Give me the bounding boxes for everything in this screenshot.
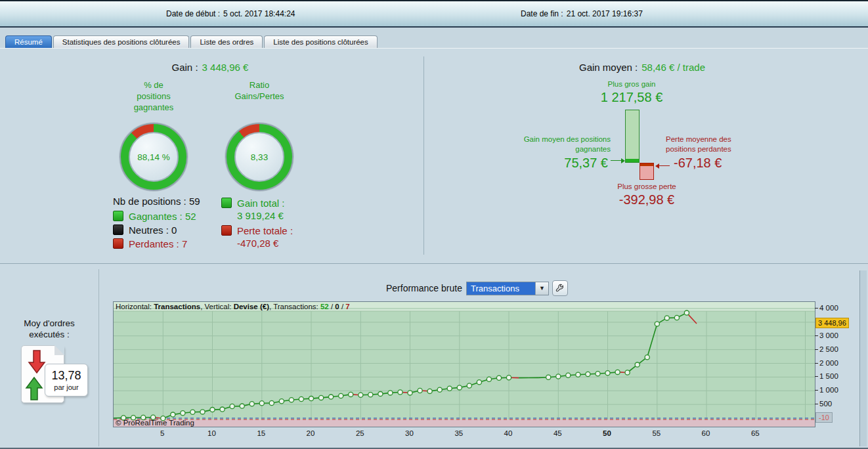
- gain-loss-ratio-donut: 8,33: [225, 123, 293, 191]
- prorealtime-report-window: Date de début :5 oct. 2017 18:44:24 Date…: [0, 0, 868, 449]
- perte-totale-text: Perte totale : -470,28 €: [237, 224, 293, 249]
- y-tick-label: 1 500: [819, 372, 838, 381]
- green-square-icon: [113, 211, 123, 221]
- panel-divider: [423, 56, 424, 255]
- y-tick: [815, 349, 818, 350]
- biggest-loss-bar: [640, 163, 654, 180]
- legend-neutres: Neutres : 0: [113, 224, 177, 236]
- performance-mode-select[interactable]: Transactions ▼: [466, 282, 549, 295]
- green-up-arrow-icon: [24, 375, 44, 401]
- y-tick-label: 1 000: [819, 385, 838, 395]
- tab-stats-positions[interactable]: Statistiques des positions clôturées: [53, 35, 190, 48]
- hdr-sep: /: [339, 303, 346, 310]
- x-tick-label: 10: [202, 429, 222, 437]
- gain-headline: Gain :3 448,96 €: [39, 62, 381, 73]
- hdr-sep: /: [329, 303, 336, 310]
- x-tick-label: 20: [301, 429, 320, 437]
- win-pct-text: 88,14 %: [137, 152, 170, 162]
- chart-header: Horizontal: Transactions, Vertical: Devi…: [114, 302, 814, 311]
- nb-positions: Nb de positions : 59: [113, 196, 200, 207]
- avg-gain-strip: [626, 159, 639, 162]
- red-down-arrow-icon: [27, 349, 47, 375]
- vertical-scrollbar[interactable]: [859, 270, 867, 446]
- avg-loss-arrow: [659, 165, 670, 166]
- y-tick: [815, 404, 818, 404]
- legend-neutres-text: Neutres : 0: [129, 224, 177, 236]
- tab-liste-positions[interactable]: Liste des positions clôturées: [264, 35, 377, 48]
- hdr-losses-count: 7: [345, 303, 349, 310]
- orders-per-day-value: 13,78: [51, 369, 81, 383]
- y-tick-label: 2 000: [819, 358, 838, 368]
- legend-gain-total: Gain total : 3 919,24 €: [221, 197, 285, 222]
- gain-moyen-headline: Gain moyen :58,46 € / trade: [425, 62, 859, 73]
- current-value-badge: 3 448,96: [815, 318, 849, 328]
- x-tick-label: 60: [696, 429, 716, 437]
- y-tick: [815, 390, 818, 391]
- date-start-value: 5 oct. 2017 18:44:24: [223, 9, 295, 18]
- y-tick: [815, 335, 818, 336]
- hdr-horizontal-value: Transactions: [154, 303, 200, 310]
- legend-perte-totale: Perte totale : -470,28 €: [221, 224, 293, 249]
- left-column-divider: [98, 269, 99, 446]
- biggest-gain-bar: [625, 110, 640, 163]
- red-square-icon: [113, 238, 123, 249]
- date-end: Date de fin :21 oct. 2017 19:16:37: [521, 9, 643, 18]
- date-end-value: 21 oct. 2017 19:16:37: [567, 9, 643, 18]
- x-tick-label: 5: [152, 429, 172, 437]
- baseline-badge: -10: [815, 412, 833, 423]
- green-square-icon: [221, 198, 232, 208]
- hdr-vertical-label: , Vertical:: [200, 303, 234, 310]
- chevron-down-icon[interactable]: ▼: [535, 282, 548, 295]
- legend-perdantes-text: Perdantes : 7: [129, 238, 187, 250]
- y-tick: [815, 363, 818, 364]
- winning-positions-donut-value: 88,14 %: [129, 132, 179, 182]
- date-start: Date de début :5 oct. 2017 18:44:24: [166, 9, 295, 18]
- gain-moyen-value: 58,46 € / trade: [641, 62, 705, 73]
- gain-value: 3 448,96 €: [202, 62, 249, 73]
- gain-label: Gain :: [172, 62, 198, 73]
- report-tabs: Résumé Statistiques des positions clôtur…: [5, 35, 378, 48]
- legend-perdantes: Perdantes : 7: [113, 238, 187, 250]
- x-tick-label: 50: [597, 429, 617, 437]
- copyright-label: © ProRealTime Trading: [116, 419, 194, 427]
- y-tick: [815, 376, 818, 377]
- donut-win-title: % de positions gagnantes: [101, 79, 206, 113]
- page-fold-icon: [54, 345, 64, 355]
- avg-orders-title: Moy d'ordres exécutés :: [3, 318, 95, 340]
- y-tick: [815, 308, 818, 309]
- x-tick-label: 45: [548, 429, 567, 437]
- x-tick-label: 30: [400, 429, 420, 437]
- hdr-horizontal-label: Horizontal:: [116, 303, 154, 310]
- select-value: Transactions: [467, 282, 535, 295]
- performance-section: Performance brute Transactions ▼ Moy d'o…: [0, 263, 868, 449]
- avg-loss-label: Perte moyenne des positions perdantes: [666, 135, 810, 154]
- gain-moyen-panel: Gain moyen :58,46 € / trade Plus gros ga…: [425, 49, 859, 264]
- winning-positions-donut: 88,14 %: [119, 123, 188, 191]
- x-tick-label: 25: [350, 429, 370, 437]
- tab-stats-positions-label: Statistiques des positions clôturées: [62, 38, 181, 46]
- avg-loss-strip: [640, 163, 653, 166]
- equity-curve-plot[interactable]: [114, 302, 815, 427]
- avg-gain-value: 75,37 €: [479, 156, 608, 171]
- date-range-bar: Date de début :5 oct. 2017 18:44:24 Date…: [0, 0, 868, 28]
- tab-resume-label: Résumé: [14, 38, 43, 46]
- y-tick-label: 500: [819, 399, 832, 408]
- avg-gain-arrow: [611, 160, 621, 161]
- biggest-loss-value: -392,98 €: [581, 192, 712, 207]
- tab-liste-ordres[interactable]: Liste des ordres: [190, 35, 263, 48]
- summary-section: Gain :3 448,96 € % de positions gagnante…: [0, 48, 868, 264]
- x-tick-label: 55: [647, 429, 666, 437]
- tab-resume[interactable]: Résumé: [5, 35, 52, 48]
- hdr-vertical-value: Devise (€): [234, 303, 269, 310]
- x-tick-label: 65: [745, 429, 765, 437]
- date-end-label: Date de fin :: [521, 9, 563, 18]
- y-tick-label: 2 500: [819, 345, 838, 354]
- biggest-loss-label: Plus grosse perte: [581, 182, 712, 192]
- chart-settings-button[interactable]: [552, 280, 568, 296]
- hdr-wins-count: 52: [320, 303, 329, 310]
- orders-per-day-unit: par jour: [54, 383, 78, 391]
- biggest-gain-label: Plus gros gain: [566, 79, 697, 89]
- avg-loss-value: -67,18 €: [674, 156, 722, 171]
- biggest-gain-value: 1 217,58 €: [566, 90, 697, 105]
- date-start-label: Date de début :: [166, 9, 220, 18]
